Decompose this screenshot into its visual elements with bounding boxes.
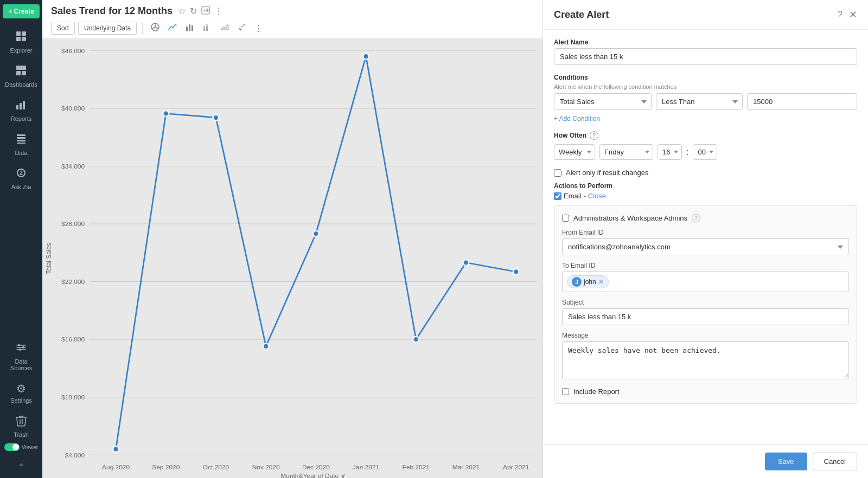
svg-text:Z: Z [20,170,23,176]
scatter-chart-icon[interactable] [235,21,249,35]
alert-name-input[interactable] [554,48,857,65]
sidebar-item-explorer[interactable]: Explorer [0,25,42,59]
sidebar-item-data[interactable]: Data [0,127,42,162]
share-icon[interactable] [201,6,210,17]
svg-rect-6 [22,71,26,75]
svg-text:Jan 2021: Jan 2021 [353,463,379,471]
condition-operator-select[interactable]: Less Than Greater Than Equal To [656,93,743,110]
trash-icon [16,415,27,429]
sidebar: + Create Explorer Dashboards Reports Dat… [0,0,42,478]
sidebar-item-dashboards[interactable]: Dashboards [0,59,42,93]
include-report-checkbox[interactable] [562,388,569,395]
condition-field-select[interactable]: Total Sales [554,93,652,110]
svg-point-61 [163,111,169,117]
underlying-data-button[interactable]: Underlying Data [78,22,137,35]
from-email-select[interactable]: notifications@zohoanalytics.com [562,238,849,255]
more-icon[interactable]: ⋮ [214,6,223,16]
how-often-help-icon[interactable]: ? [590,131,598,140]
to-email-box[interactable]: J john ✕ [562,272,849,292]
viewer-toggle-switch[interactable] [4,443,20,451]
area-chart-icon[interactable] [218,21,232,35]
svg-text:$4,000: $4,000 [65,451,85,459]
from-email-group: From Email ID notifications@zohoanalytic… [562,229,849,255]
how-often-section: How Often ? Weekly Daily Monthly Friday … [554,131,857,160]
star-icon[interactable]: ☆ [178,6,186,16]
sidebar-item-label: Data [15,150,27,156]
sidebar-item-label: Dashboards [5,81,37,88]
data-sources-icon [15,341,27,356]
svg-text:Month&Year of Date ∨: Month&Year of Date ∨ [280,472,345,478]
svg-text:Dec 2020: Dec 2020 [302,463,330,471]
bar-chart-icon[interactable] [183,21,197,35]
save-button[interactable]: Save [765,453,807,470]
conditions-section: Conditions Alert me when the following c… [554,74,857,122]
cancel-button[interactable]: Cancel [813,453,857,470]
reports-icon [15,99,27,113]
svg-rect-24 [203,25,205,28]
toolbar-divider [142,23,143,34]
svg-text:Total Sales: Total Sales [45,243,53,274]
admin-checkbox-row: Administrators & Workspace Admins ? [562,214,849,222]
email-tag: J john ✕ [567,275,609,288]
actions-label: Actions to Perform [554,182,857,190]
create-button[interactable]: + Create [3,4,40,18]
svg-rect-32 [90,50,537,455]
svg-rect-11 [17,137,25,139]
email-tag-initial: J [572,277,582,287]
alert-if-changes-checkbox[interactable] [554,169,561,177]
help-icon[interactable]: ? [838,10,843,20]
minute-select[interactable]: 00 153045 [693,144,717,160]
svg-rect-9 [23,101,25,109]
email-row: Email - Close [554,192,857,200]
svg-rect-13 [17,143,25,144]
admin-checkbox[interactable] [562,215,569,222]
day-select[interactable]: Friday Monday Tuesday Wednesday Thursday… [599,144,653,160]
sidebar-item-label: Data Sources [3,358,39,371]
subject-input[interactable] [562,308,849,325]
svg-point-18 [19,348,21,351]
conditions-label: Conditions [554,74,857,81]
conditions-row: Total Sales Less Than Greater Than Equal… [554,93,857,110]
stacked-bar-icon[interactable] [200,21,214,35]
email-label: Email [564,192,582,200]
svg-rect-3 [22,37,26,41]
svg-rect-5 [16,71,21,75]
include-report-row: Include Report [562,387,849,396]
alert-header: Create Alert ? ✕ [543,0,868,30]
message-textarea[interactable]: Weekly sales have not been achieved. [562,341,849,379]
viewer-toggle[interactable]: Viewer [4,443,38,451]
alert-panel: Create Alert ? ✕ Alert Name Conditions A… [542,0,868,478]
close-panel-icon[interactable]: ✕ [849,9,857,21]
pie-chart-icon[interactable] [148,21,162,35]
chart-title-icons: ☆ ↻ ⋮ [178,6,223,17]
sidebar-item-ask-zia[interactable]: Z Ask Zia [0,162,42,196]
add-condition-link[interactable]: + Add Condition [554,115,600,122]
admin-help-icon[interactable]: ? [692,214,700,222]
how-often-label: How Often [554,132,586,139]
sidebar-item-menu[interactable]: ≡ [0,455,42,473]
alert-name-label: Alert Name [554,38,857,46]
sidebar-item-reports[interactable]: Reports [0,93,42,127]
email-tag-remove[interactable]: ✕ [598,278,604,286]
chart-area: $46,000 $40,000 $34,000 $28,000 $22,000 … [42,39,542,478]
more-chart-types-icon[interactable]: ⋮ [252,22,265,35]
sidebar-item-trash[interactable]: Trash [0,409,42,443]
email-checkbox[interactable] [554,192,561,200]
svg-text:Aug 2020: Aug 2020 [102,463,130,471]
condition-value-input[interactable] [747,93,857,110]
message-label: Message [562,332,849,339]
chart-toolbar: Sort Underlying Data ⋮ [51,21,534,38]
hour-select[interactable]: 16 12345 678910 1112131415 1718192021 22… [658,144,682,160]
refresh-icon[interactable]: ↻ [190,6,197,16]
explorer-icon [15,30,27,45]
sidebar-item-data-sources[interactable]: Data Sources [0,336,42,377]
frequency-select[interactable]: Weekly Daily Monthly [554,144,595,160]
email-close-link[interactable]: Close [588,192,606,200]
svg-point-64 [313,231,319,237]
sidebar-item-settings[interactable]: ⚙ Settings [0,377,42,409]
sort-button[interactable]: Sort [51,22,75,35]
svg-point-65 [363,54,369,60]
svg-point-30 [240,29,242,31]
line-chart-icon[interactable] [165,21,180,35]
subject-label: Subject [562,299,849,306]
